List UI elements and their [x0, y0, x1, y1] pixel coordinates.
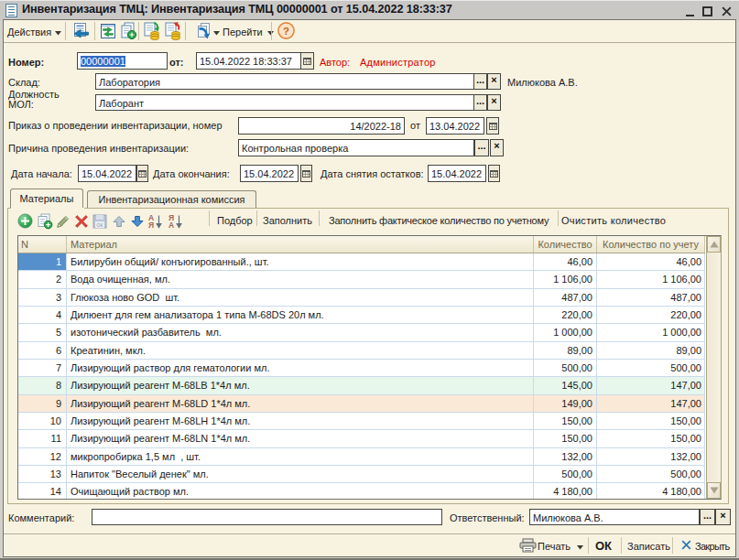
svg-text:А: А	[168, 221, 174, 230]
svg-text:ОК: ОК	[97, 222, 103, 228]
svg-text:?: ?	[283, 26, 289, 37]
svg-text:Я: Я	[148, 221, 154, 230]
